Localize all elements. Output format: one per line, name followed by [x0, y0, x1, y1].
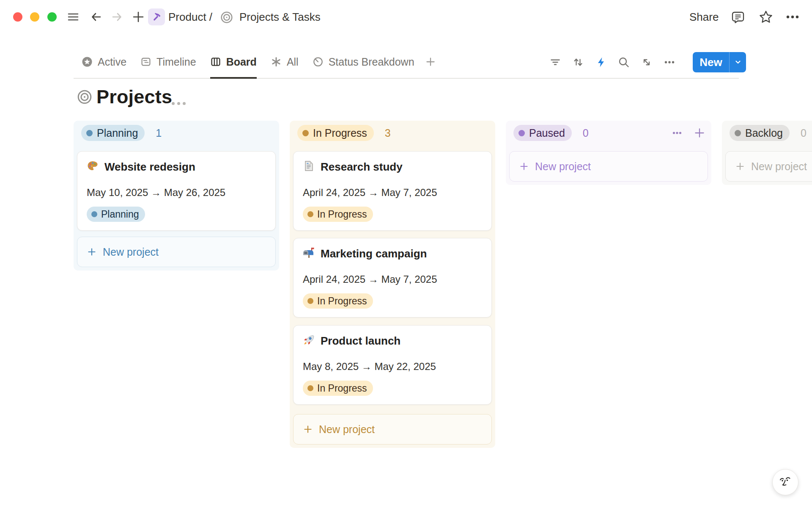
group-count: 0 — [583, 127, 589, 139]
palette-emoji — [87, 160, 99, 172]
column-header[interactable]: In Progress 3 — [297, 125, 489, 141]
star-circle-icon — [82, 56, 93, 67]
status-label: In Progress — [317, 295, 367, 307]
breadcrumb-team[interactable]: Product / — [168, 0, 212, 34]
group-pill[interactable]: Paused — [513, 125, 572, 141]
forward-arrow-icon[interactable] — [111, 11, 123, 23]
card-dates: April 24, 2025 → May 7, 2025 — [303, 273, 437, 285]
tab-label: All — [287, 56, 299, 68]
board-icon — [210, 56, 221, 67]
card-title: Website redesign — [104, 160, 195, 174]
zoom-button[interactable] — [47, 12, 57, 22]
status-dot — [86, 130, 93, 136]
status-label: In Progress — [317, 209, 367, 220]
bullseye-icon — [220, 11, 233, 24]
page-title[interactable]: Projects — [96, 86, 172, 108]
new-dropdown-button[interactable] — [730, 58, 746, 66]
status-dot — [307, 298, 313, 304]
column-more-icon[interactable] — [671, 127, 683, 139]
automations-bolt-icon[interactable] — [595, 56, 607, 69]
ai-face-icon — [778, 475, 793, 490]
group-name: Planning — [97, 127, 138, 139]
board-column-in-progress: In Progress 3 Research study April 24, 2… — [290, 121, 495, 448]
plus-icon — [519, 161, 529, 171]
card-title: Research study — [321, 160, 403, 174]
search-icon[interactable] — [617, 56, 630, 69]
status-dot — [735, 130, 741, 136]
group-count: 1 — [156, 127, 162, 139]
mailbox-emoji — [303, 247, 315, 259]
tab-timeline[interactable]: Timeline — [140, 47, 196, 79]
tab-all[interactable]: All — [271, 47, 299, 79]
tab-board[interactable]: Board — [210, 47, 257, 79]
new-project-button-backlog[interactable]: New project — [725, 151, 812, 182]
filter-icon[interactable] — [549, 56, 562, 69]
new-project-label: New project — [319, 423, 375, 436]
project-card-research-study[interactable]: Research study April 24, 2025 → May 7, 2… — [293, 151, 492, 231]
tab-label: Board — [226, 56, 257, 68]
asterisk-icon — [271, 56, 282, 67]
view-actions: New — [549, 47, 746, 78]
card-dates: May 10, 2025 → May 26, 2025 — [87, 187, 225, 199]
status-badge: In Progress — [303, 293, 373, 309]
document-emoji — [303, 160, 315, 172]
minimize-button[interactable] — [30, 12, 39, 22]
column-header[interactable]: Paused 0 — [513, 125, 705, 141]
page-title-options-icon[interactable] — [172, 102, 186, 105]
new-button-group: New — [693, 52, 746, 72]
share-button[interactable]: Share — [689, 0, 719, 34]
status-dot — [307, 211, 313, 217]
group-pill[interactable]: Backlog — [730, 125, 790, 141]
card-dates: April 24, 2025 → May 7, 2025 — [303, 187, 437, 199]
tab-status-breakdown[interactable]: Status Breakdown — [313, 47, 414, 79]
group-pill[interactable]: Planning — [81, 125, 145, 141]
new-button[interactable]: New — [693, 56, 729, 69]
rocket-emoji — [303, 334, 315, 346]
status-dot — [302, 130, 309, 136]
group-pill[interactable]: In Progress — [297, 125, 374, 141]
notion-ai-button[interactable] — [772, 469, 798, 495]
new-project-button-planning[interactable]: New project — [77, 237, 276, 267]
tab-active[interactable]: Active — [82, 47, 126, 79]
new-project-button-in-progress[interactable]: New project — [293, 414, 492, 444]
project-card-product-launch[interactable]: Product launch May 8, 2025 → May 22, 202… — [293, 325, 492, 405]
new-project-button-paused[interactable]: New project — [509, 151, 708, 182]
sidebar-menu-icon[interactable] — [67, 11, 80, 23]
status-badge: In Progress — [303, 207, 373, 222]
expand-icon[interactable] — [640, 56, 653, 69]
pie-chart-icon — [313, 56, 324, 67]
column-header[interactable]: Backlog 0 — [730, 125, 812, 141]
group-name: Backlog — [745, 127, 783, 139]
column-header[interactable]: Planning 1 — [81, 125, 273, 141]
plus-icon — [303, 424, 313, 434]
group-count: 3 — [385, 127, 391, 139]
project-card-website-redesign[interactable]: Website redesign May 10, 2025 → May 26, … — [77, 151, 276, 231]
project-card-marketing-campaign[interactable]: Marketing campaign April 24, 2025 → May … — [293, 238, 492, 318]
close-button[interactable] — [13, 12, 22, 22]
status-badge: Planning — [87, 207, 145, 222]
timeline-icon — [140, 56, 151, 67]
new-project-label: New project — [535, 160, 591, 173]
group-count: 0 — [801, 127, 807, 139]
card-dates: May 8, 2025 → May 22, 2025 — [303, 361, 436, 373]
new-project-label: New project — [751, 160, 807, 173]
more-options-icon[interactable] — [785, 15, 800, 19]
tab-label: Status Breakdown — [329, 56, 414, 68]
view-tabs: Active Timeline Board All Status Breakdo… — [82, 47, 436, 79]
add-view-button[interactable] — [425, 47, 436, 79]
tab-label: Timeline — [156, 56, 196, 68]
teamspace-icon[interactable] — [148, 8, 165, 25]
sort-icon[interactable] — [572, 56, 584, 69]
card-title: Marketing campaign — [321, 247, 427, 260]
view-more-icon[interactable] — [663, 56, 676, 69]
breadcrumb-page[interactable]: Projects & Tasks — [239, 0, 321, 34]
card-title: Product launch — [321, 334, 401, 348]
page-bullseye-icon — [77, 89, 92, 105]
new-page-plus-icon[interactable] — [132, 11, 145, 23]
group-name: In Progress — [313, 127, 367, 139]
comments-icon[interactable] — [731, 10, 745, 24]
back-arrow-icon[interactable] — [90, 11, 102, 23]
favorite-star-icon[interactable] — [759, 10, 773, 24]
notion-window: Product / Projects & Tasks Share Active … — [0, 0, 812, 508]
column-add-icon[interactable] — [694, 127, 705, 139]
